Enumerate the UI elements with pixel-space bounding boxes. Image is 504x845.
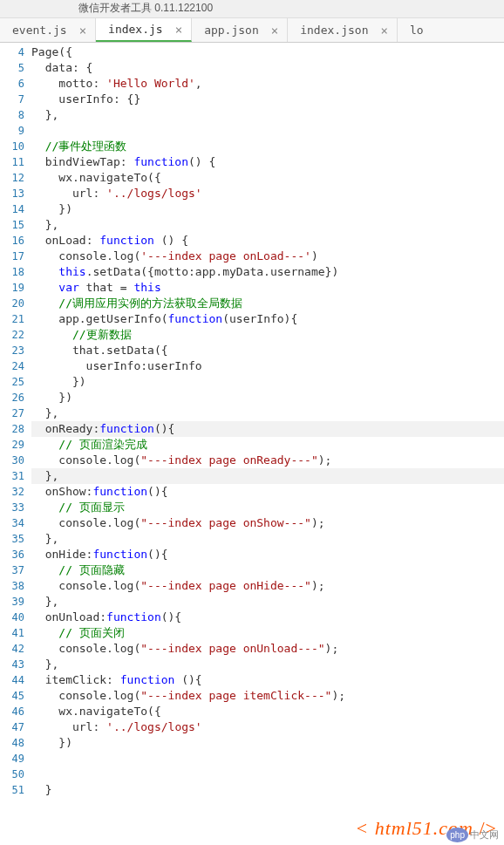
code-line[interactable]: onUnload:function(){: [31, 610, 504, 625]
code-line[interactable]: [31, 751, 504, 767]
tab-app-json[interactable]: app.json×: [192, 18, 288, 42]
code-line[interactable]: onReady:function(){: [31, 421, 504, 437]
code-line[interactable]: //调用应用实例的方法获取全局数据: [31, 296, 504, 311]
code-line[interactable]: // 页面渲染完成: [31, 437, 504, 453]
line-number: 13: [0, 186, 24, 201]
code-line[interactable]: console.log("---index page onReady---");: [31, 453, 504, 468]
line-number-gutter: 4567891011121314151617181920212223242526…: [0, 43, 31, 798]
line-number: 4: [0, 44, 24, 60]
line-number: 42: [0, 641, 24, 657]
tab-index-js[interactable]: index.js×: [96, 18, 192, 42]
code-line[interactable]: that.setData({: [31, 343, 504, 358]
code-line[interactable]: [31, 767, 504, 782]
code-line[interactable]: onShow:function(){: [31, 484, 504, 500]
line-number: 11: [0, 154, 24, 170]
line-number: 46: [0, 704, 24, 719]
code-editor[interactable]: 4567891011121314151617181920212223242526…: [0, 43, 504, 798]
line-number: 24: [0, 358, 24, 374]
line-number: 28: [0, 421, 24, 437]
line-number: 20: [0, 296, 24, 311]
line-number: 26: [0, 390, 24, 405]
line-number: 25: [0, 374, 24, 390]
line-number: 9: [0, 123, 24, 139]
code-line[interactable]: }): [31, 735, 504, 751]
code-line[interactable]: },: [31, 657, 504, 672]
code-line[interactable]: url: '../logs/logs': [31, 186, 504, 201]
code-line[interactable]: Page({: [31, 44, 504, 60]
code-line[interactable]: // 页面隐藏: [31, 562, 504, 578]
line-number: 5: [0, 60, 24, 76]
code-line[interactable]: console.log("---index page onHide---");: [31, 578, 504, 594]
code-line[interactable]: console.log("---index page onUnload---")…: [31, 641, 504, 657]
tab-index-json[interactable]: index.json×: [288, 18, 398, 42]
line-number: 38: [0, 578, 24, 594]
code-line[interactable]: },: [31, 217, 504, 233]
window-title: 微信开发者工具 0.11.122100: [0, 0, 504, 18]
code-line[interactable]: }): [31, 390, 504, 405]
tab-label: event.js: [12, 24, 67, 37]
line-number: 30: [0, 453, 24, 468]
line-number: 40: [0, 610, 24, 625]
code-line[interactable]: userInfo:userInfo: [31, 358, 504, 374]
code-line[interactable]: url: '../logs/logs': [31, 719, 504, 735]
code-line[interactable]: }): [31, 374, 504, 390]
line-number: 6: [0, 76, 24, 92]
code-line[interactable]: }): [31, 201, 504, 217]
line-number: 44: [0, 672, 24, 688]
code-line[interactable]: onLoad: function () {: [31, 233, 504, 249]
line-number: 39: [0, 594, 24, 610]
line-number: 14: [0, 201, 24, 217]
tab-event-js[interactable]: event.js×: [0, 18, 96, 42]
code-line[interactable]: data: {: [31, 60, 504, 76]
code-line[interactable]: bindViewTap: function() {: [31, 154, 504, 170]
code-line[interactable]: //事件处理函数: [31, 139, 504, 154]
line-number: 31: [0, 468, 24, 484]
line-number: 49: [0, 751, 24, 767]
close-icon[interactable]: ×: [380, 24, 387, 37]
line-number: 43: [0, 657, 24, 672]
code-line[interactable]: onHide:function(){: [31, 547, 504, 562]
code-line[interactable]: },: [31, 468, 504, 484]
line-number: 34: [0, 515, 24, 531]
tab-label: lo: [410, 24, 424, 37]
code-line[interactable]: }: [31, 782, 504, 798]
code-line[interactable]: [31, 123, 504, 139]
watermark-phpcn: php中文网: [446, 828, 499, 842]
code-line[interactable]: },: [31, 594, 504, 610]
line-number: 12: [0, 170, 24, 186]
line-number: 37: [0, 562, 24, 578]
code-line[interactable]: var that = this: [31, 280, 504, 296]
line-number: 7: [0, 92, 24, 107]
line-number: 33: [0, 500, 24, 515]
code-line[interactable]: },: [31, 405, 504, 421]
code-line[interactable]: //更新数据: [31, 327, 504, 343]
line-number: 50: [0, 767, 24, 782]
line-number: 8: [0, 107, 24, 123]
code-line[interactable]: console.log("---index page onShow---");: [31, 515, 504, 531]
code-line[interactable]: // 页面显示: [31, 500, 504, 515]
code-line[interactable]: userInfo: {}: [31, 92, 504, 107]
code-content[interactable]: Page({ data: { motto: 'Hello World', use…: [31, 43, 504, 798]
code-line[interactable]: console.log("---index page itemClick---"…: [31, 688, 504, 704]
code-line[interactable]: },: [31, 531, 504, 547]
line-number: 21: [0, 311, 24, 327]
code-line[interactable]: wx.navigateTo({: [31, 704, 504, 719]
line-number: 45: [0, 688, 24, 704]
line-number: 18: [0, 264, 24, 280]
code-line[interactable]: app.getUserInfo(function(userInfo){: [31, 311, 504, 327]
code-line[interactable]: this.setData({motto:app.myData.username}…: [31, 264, 504, 280]
close-icon[interactable]: ×: [271, 24, 278, 37]
code-line[interactable]: itemClick: function (){: [31, 672, 504, 688]
close-icon[interactable]: ×: [79, 24, 86, 37]
code-line[interactable]: motto: 'Hello World',: [31, 76, 504, 92]
code-line[interactable]: // 页面关闭: [31, 625, 504, 641]
line-number: 10: [0, 139, 24, 154]
tab-label: index.js: [108, 23, 163, 36]
code-line[interactable]: wx.navigateTo({: [31, 170, 504, 186]
php-icon: php: [446, 828, 468, 842]
line-number: 47: [0, 719, 24, 735]
code-line[interactable]: },: [31, 107, 504, 123]
code-line[interactable]: console.log('---index page onLoad---'): [31, 249, 504, 264]
tab-lo[interactable]: lo: [398, 18, 427, 42]
close-icon[interactable]: ×: [175, 24, 182, 36]
